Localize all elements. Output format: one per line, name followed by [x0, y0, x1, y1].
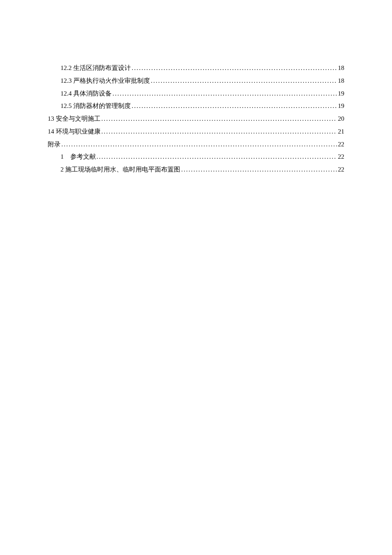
toc-leader-dots	[61, 139, 337, 149]
toc-page-number: 19	[338, 101, 344, 111]
toc-page-number: 22	[338, 152, 344, 162]
toc-label: 12.2 生活区消防布置设计	[61, 63, 131, 73]
toc-label: 12.3 严格执行动火作业审批制度	[61, 76, 150, 86]
toc-entry: 12.2 生活区消防布置设计 18	[48, 63, 344, 73]
toc-page-number: 19	[338, 89, 344, 99]
toc-leader-dots	[101, 127, 337, 137]
toc-label: 12.5 消防器材的管理制度	[61, 101, 131, 111]
toc-entry: 12.3 严格执行动火作业审批制度 18	[48, 76, 344, 86]
toc-entry: 12.4 具体消防设备 19	[48, 89, 344, 99]
toc-entry: 14 环境与职业健康 21	[48, 127, 344, 137]
toc-page-number: 18	[338, 63, 344, 73]
toc-leader-dots	[101, 114, 337, 124]
toc-leader-dots	[97, 152, 337, 162]
toc-leader-dots	[151, 76, 337, 86]
toc-label: 12.4 具体消防设备	[61, 89, 112, 99]
table-of-contents: 12.2 生活区消防布置设计 18 12.3 严格执行动火作业审批制度 18 1…	[48, 63, 344, 174]
toc-label: 2 施工现场临时用水、临时用电平面布置图	[61, 165, 180, 174]
toc-page-number: 20	[338, 114, 344, 124]
toc-leader-dots	[181, 165, 337, 174]
toc-leader-dots	[112, 89, 337, 99]
toc-entry: 12.5 消防器材的管理制度 19	[48, 101, 344, 111]
toc-entry: 附录 22	[48, 139, 344, 149]
toc-label: 14 环境与职业健康	[48, 127, 101, 137]
toc-entry: 1 参考文献 22	[48, 152, 344, 162]
toc-label: 13 安全与文明施工	[48, 114, 101, 124]
toc-label: 1 参考文献	[61, 152, 96, 162]
toc-entry: 2 施工现场临时用水、临时用电平面布置图 22	[48, 165, 344, 174]
toc-page-number: 22	[338, 139, 344, 149]
toc-page-number: 18	[338, 76, 344, 86]
toc-leader-dots	[132, 101, 337, 111]
toc-label: 附录	[48, 139, 61, 149]
toc-page-number: 21	[338, 127, 344, 137]
toc-page-number: 22	[338, 165, 344, 174]
toc-entry: 13 安全与文明施工 20	[48, 114, 344, 124]
toc-leader-dots	[132, 63, 337, 73]
